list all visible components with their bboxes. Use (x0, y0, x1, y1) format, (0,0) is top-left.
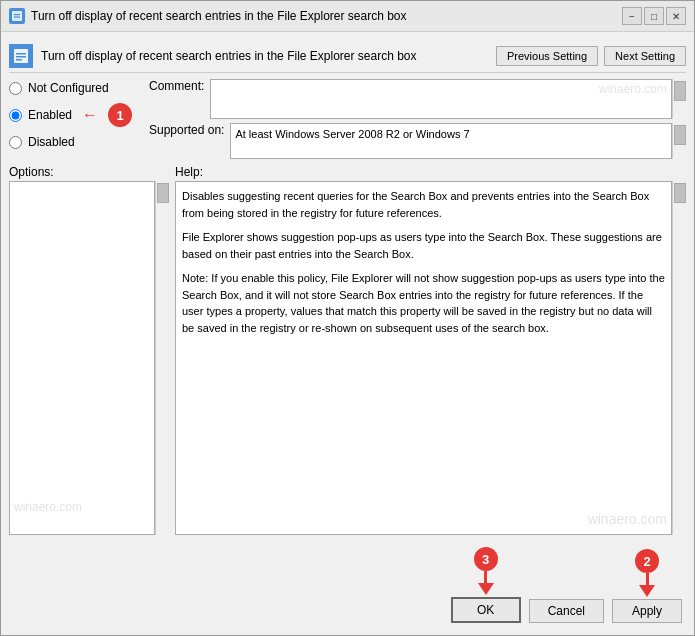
minimize-button[interactable]: − (622, 7, 642, 25)
annotation-2-group: 2 (635, 549, 659, 597)
help-para-1: Disables suggesting recent queries for t… (182, 188, 665, 221)
maximize-button[interactable]: □ (644, 7, 664, 25)
options-panel: Options: winaero.com (9, 165, 169, 535)
annotation-2: 2 (635, 549, 659, 573)
disabled-label[interactable]: Disabled (28, 135, 75, 149)
enabled-radio[interactable] (9, 109, 22, 122)
policy-icon (9, 44, 33, 68)
help-label: Help: (175, 165, 686, 179)
options-help-row: Options: winaero.com Help: Disables sugg… (9, 165, 686, 535)
enabled-row: Enabled ← 1 (9, 101, 139, 129)
header-title: Turn off display of recent search entrie… (41, 49, 488, 63)
main-window: Turn off display of recent search entrie… (0, 0, 695, 636)
ok-button[interactable]: OK (451, 597, 521, 623)
window-controls: − □ ✕ (622, 7, 686, 25)
window-title: Turn off display of recent search entrie… (31, 9, 616, 23)
not-configured-radio[interactable] (9, 82, 22, 95)
supported-on-label: Supported on: (149, 123, 224, 137)
watermark-1: winaero.com (599, 82, 667, 96)
supported-scrollbar[interactable] (672, 123, 686, 159)
enabled-label[interactable]: Enabled (28, 108, 72, 122)
help-para-3: Note: If you enable this policy, File Ex… (182, 270, 665, 336)
comment-box[interactable]: winaero.com (210, 79, 672, 119)
window-icon (9, 8, 25, 24)
arrow-shaft-3 (484, 571, 487, 583)
arrow-head-3 (478, 583, 494, 595)
disabled-radio[interactable] (9, 136, 22, 149)
cancel-button[interactable]: Cancel (529, 599, 604, 623)
svg-rect-0 (12, 11, 22, 21)
arrow-icon: ← (82, 106, 98, 124)
nav-buttons: Previous Setting Next Setting (496, 46, 686, 66)
not-configured-label[interactable]: Not Configured (28, 81, 109, 95)
annotation-3-group: 3 (474, 547, 498, 595)
supported-on-box: At least Windows Server 2008 R2 or Windo… (230, 123, 672, 159)
comment-scrollbar[interactable] (672, 79, 686, 119)
arrow-head-2 (639, 585, 655, 597)
svg-rect-1 (14, 14, 20, 15)
help-para-2: File Explorer shows suggestion pop-ups a… (182, 229, 665, 262)
comment-label: Comment: (149, 79, 204, 93)
supported-on-text: At least Windows Server 2008 R2 or Windo… (235, 128, 469, 140)
disabled-row: Disabled (9, 133, 139, 151)
not-configured-row: Not Configured (9, 79, 139, 97)
title-bar: Turn off display of recent search entrie… (1, 1, 694, 32)
help-scrollbar[interactable] (672, 181, 686, 535)
help-panel: Help: Disables suggesting recent queries… (175, 165, 686, 535)
content-area: Turn off display of recent search entrie… (1, 32, 694, 635)
help-box: Disables suggesting recent queries for t… (175, 181, 672, 535)
apply-button[interactable]: Apply (612, 599, 682, 623)
prev-setting-button[interactable]: Previous Setting (496, 46, 598, 66)
close-button[interactable]: ✕ (666, 7, 686, 25)
svg-rect-5 (16, 56, 26, 58)
arrow-shaft-2 (646, 573, 649, 585)
svg-rect-4 (16, 53, 26, 55)
top-header: Turn off display of recent search entrie… (9, 40, 686, 73)
options-box: winaero.com (9, 181, 155, 535)
annotation-3: 3 (474, 547, 498, 571)
radio-section: Not Configured Enabled ← 1 Disabled (9, 79, 139, 151)
svg-rect-6 (16, 59, 22, 61)
watermark-2: winaero.com (14, 500, 82, 514)
annotation-1: 1 (108, 103, 132, 127)
next-setting-button[interactable]: Next Setting (604, 46, 686, 66)
options-label: Options: (9, 165, 169, 179)
svg-rect-2 (14, 17, 20, 18)
button-row: 3 OK Cancel 2 (9, 541, 686, 627)
options-scrollbar[interactable] (155, 181, 169, 535)
watermark-3: winaero.com (588, 509, 667, 530)
